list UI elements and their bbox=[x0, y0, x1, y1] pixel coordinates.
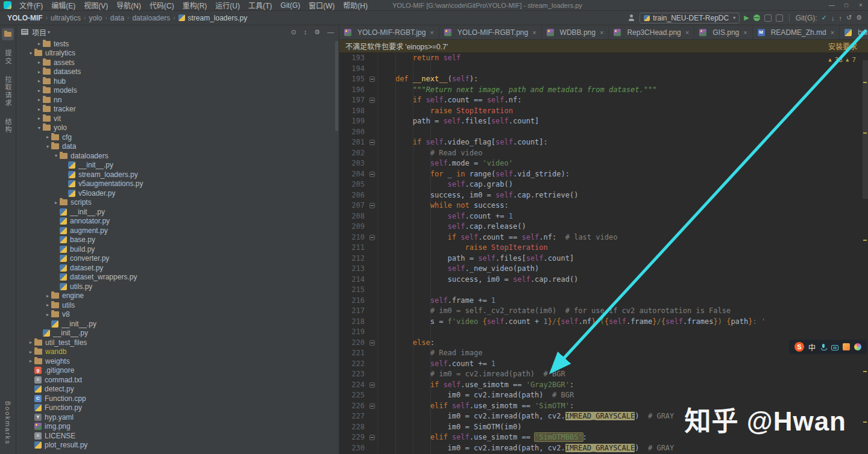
code-line[interactable]: 200 bbox=[339, 127, 868, 138]
line-number[interactable]: 229 bbox=[339, 432, 367, 443]
tree-item[interactable]: LICENSE bbox=[16, 431, 339, 441]
code-line[interactable]: 209 self.cap.release() bbox=[339, 222, 868, 232]
inspections-widget[interactable]: ▲ 38 ▲ 7 bbox=[828, 55, 856, 66]
code-line[interactable]: 224 if self.use_simotm == 'Gray2BGR': bbox=[339, 380, 868, 391]
locate-icon[interactable]: ⊙ bbox=[291, 28, 296, 36]
git-history-icon[interactable]: ↺ bbox=[846, 14, 852, 22]
line-number[interactable]: 210 bbox=[339, 232, 367, 243]
tree-item[interactable]: v5loader.py bbox=[16, 188, 339, 198]
tree-item[interactable]: ▾dataloaders bbox=[16, 151, 339, 161]
line-number[interactable]: 224 bbox=[339, 380, 367, 391]
chevron-right-icon[interactable]: ▸ bbox=[36, 41, 43, 46]
install-requirement-link[interactable]: 安装要求 bbox=[828, 41, 857, 51]
code-line[interactable]: 199 path = self.files[self.count] bbox=[339, 116, 868, 127]
code-line[interactable]: 207 while not success: bbox=[339, 201, 868, 211]
tree-item[interactable]: hyp.yaml bbox=[16, 412, 339, 422]
close-button[interactable]: × bbox=[854, 2, 868, 8]
code-line[interactable]: 196 """Return next image, path and metad… bbox=[339, 85, 868, 96]
tree-item[interactable]: detect.py bbox=[16, 385, 339, 394]
chevron-right-icon[interactable]: ▸ bbox=[36, 116, 43, 121]
chevron-right-icon[interactable]: ▸ bbox=[27, 358, 34, 364]
git-update-icon[interactable]: ↓ bbox=[831, 14, 835, 22]
tree-item[interactable]: ▸hub bbox=[16, 76, 339, 86]
code-line[interactable]: 194 bbox=[339, 64, 868, 75]
line-number[interactable]: 201 bbox=[339, 137, 367, 148]
line-number[interactable]: 227 bbox=[339, 411, 367, 422]
tool-window-button[interactable]: 提交 bbox=[3, 49, 13, 65]
line-number[interactable]: 222 bbox=[339, 359, 367, 370]
fold-icon[interactable] bbox=[370, 340, 375, 346]
editor-tab[interactable]: YOLO-MIF-RGBT.png× bbox=[439, 25, 542, 39]
collapse-all-icon[interactable]: ↕ bbox=[304, 28, 307, 36]
tree-item[interactable]: ▸cfg bbox=[16, 132, 339, 142]
ime-toolbar[interactable]: S 中 bbox=[789, 340, 867, 354]
code-line[interactable]: 219 bbox=[339, 327, 868, 338]
line-number[interactable]: 204 bbox=[339, 169, 367, 180]
chevron-right-icon[interactable]: ▸ bbox=[27, 349, 34, 355]
tree-item[interactable]: __init__.py bbox=[16, 161, 339, 170]
chevron-right-icon[interactable]: ▸ bbox=[36, 69, 43, 75]
project-tool-window-button[interactable] bbox=[2, 28, 14, 40]
editor-tab[interactable]: README_Zh.md× bbox=[753, 25, 840, 39]
code-line[interactable]: 215 bbox=[339, 285, 868, 296]
tree-item[interactable]: annotator.py bbox=[16, 217, 339, 226]
tree-item[interactable]: ▸tracker bbox=[16, 105, 339, 114]
tree-item[interactable]: ▸assets bbox=[16, 58, 339, 67]
editor-tab[interactable]: YOLO-MIF-RGBT.jpg× bbox=[339, 25, 439, 39]
project-scrollbar[interactable] bbox=[335, 41, 338, 131]
settings-gear-icon[interactable]: ⚙ bbox=[314, 28, 320, 36]
close-tab-icon[interactable]: × bbox=[685, 29, 689, 36]
close-tab-icon[interactable]: × bbox=[743, 29, 747, 36]
hide-panel-icon[interactable]: — bbox=[327, 28, 334, 36]
code-line[interactable]: 214 success, im0 = self.cap.read() bbox=[339, 275, 868, 285]
tree-item[interactable]: ▸datasets bbox=[16, 67, 339, 77]
tree-item[interactable]: dataset_wrappers.py bbox=[16, 273, 339, 282]
menu-item[interactable]: 窗口(W) bbox=[304, 0, 339, 10]
tree-item[interactable]: ▾ultralytics bbox=[16, 49, 339, 58]
code-line[interactable]: 222 self.count += 1 bbox=[339, 359, 868, 370]
line-number[interactable]: 193 bbox=[339, 53, 367, 64]
code-line[interactable]: 230 im0 = cv2.imread(path, cv2.IMREAD_GR… bbox=[339, 443, 868, 454]
editor-tab[interactable]: Rep3CHead.png× bbox=[609, 25, 694, 39]
code-line[interactable]: 225 im0 = cv2.imread(path) # BGR bbox=[339, 390, 868, 401]
run-button[interactable]: ▶ bbox=[744, 14, 749, 22]
breadcrumb-item[interactable]: dataloaders bbox=[131, 14, 171, 22]
run-config-select[interactable]: train_NEU-DET-RepDC ▾ bbox=[640, 13, 740, 23]
chevron-down-icon[interactable]: ▾ bbox=[44, 144, 51, 149]
line-number[interactable]: 196 bbox=[339, 85, 367, 96]
line-number[interactable]: 195 bbox=[339, 74, 367, 85]
debug-button[interactable] bbox=[753, 14, 760, 21]
breadcrumb-item[interactable]: stream_loaders.py bbox=[187, 14, 249, 22]
error-stripe-mark[interactable] bbox=[863, 82, 867, 83]
settings-gear-icon[interactable]: ⚙ bbox=[856, 14, 862, 22]
code-line[interactable]: 216 self.frame += 1 bbox=[339, 296, 868, 306]
error-stripe-mark[interactable] bbox=[863, 371, 867, 372]
keyboard-icon[interactable] bbox=[831, 345, 838, 350]
line-number[interactable]: 219 bbox=[339, 327, 367, 338]
fold-icon[interactable] bbox=[370, 76, 375, 82]
line-number[interactable]: 220 bbox=[339, 338, 367, 349]
code-line[interactable]: 203 self.mode = 'video' bbox=[339, 158, 868, 169]
tree-item[interactable]: ▾data bbox=[16, 142, 339, 152]
profile-button[interactable] bbox=[764, 14, 772, 22]
line-number[interactable]: 218 bbox=[339, 317, 367, 328]
code-line[interactable]: 195 def __next__(self): bbox=[339, 74, 868, 85]
chevron-right-icon[interactable]: ▸ bbox=[36, 88, 43, 93]
line-number[interactable]: 230 bbox=[339, 443, 367, 454]
tool-window-button[interactable]: 结构 bbox=[3, 118, 13, 134]
code-line[interactable]: 217 # im0 = self._cv2_rotate(im0) # for … bbox=[339, 306, 868, 317]
tree-item[interactable]: commad.txt bbox=[16, 375, 339, 385]
line-number[interactable]: 197 bbox=[339, 95, 367, 106]
tree-item[interactable]: converter.py bbox=[16, 254, 339, 264]
coverage-button[interactable] bbox=[776, 14, 783, 22]
fold-icon[interactable] bbox=[370, 98, 375, 103]
git-push-icon[interactable]: ↑ bbox=[838, 14, 842, 22]
sogou-logo-icon[interactable]: S bbox=[794, 342, 804, 352]
chevron-down-icon[interactable]: ▾ bbox=[52, 153, 60, 158]
tree-item[interactable]: augment.py bbox=[16, 226, 339, 235]
menu-item[interactable]: 工具(T) bbox=[244, 0, 276, 10]
line-number[interactable]: 216 bbox=[339, 296, 367, 306]
toolbox-icon[interactable] bbox=[843, 343, 850, 350]
line-number[interactable]: 225 bbox=[339, 390, 367, 401]
chevron-right-icon[interactable]: ▸ bbox=[44, 302, 51, 308]
